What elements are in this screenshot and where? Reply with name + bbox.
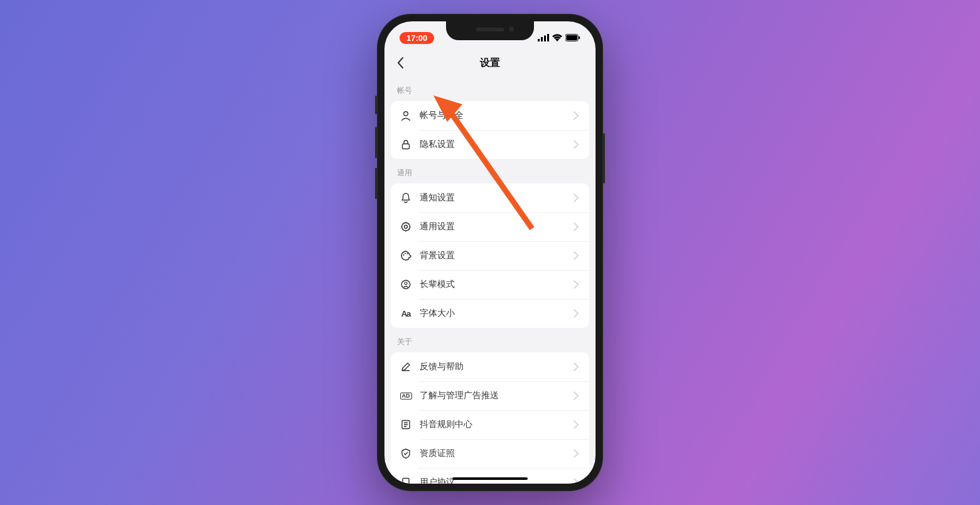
chevron-right-icon xyxy=(572,222,580,231)
svg-rect-8 xyxy=(403,144,410,149)
svg-rect-1 xyxy=(541,37,543,41)
back-button[interactable] xyxy=(393,55,408,70)
svg-point-11 xyxy=(403,254,405,256)
svg-rect-6 xyxy=(579,36,580,40)
home-indicator xyxy=(452,477,528,480)
user-icon xyxy=(400,109,412,122)
item-font-size[interactable]: Aa 字体大小 xyxy=(391,299,589,328)
section-header-account: 帐号 xyxy=(391,77,589,101)
svg-rect-5 xyxy=(566,35,577,40)
battery-icon xyxy=(565,34,580,41)
svg-rect-17 xyxy=(403,479,409,484)
shield-icon xyxy=(400,447,412,460)
section-group-account: 帐号与安全 隐私设置 xyxy=(391,101,589,159)
rules-icon xyxy=(400,418,412,431)
font-size-icon: Aa xyxy=(400,307,412,320)
content: 帐号 帐号与安全 隐私设置 通用 通知设置 xyxy=(384,77,596,484)
chevron-right-icon xyxy=(572,391,580,400)
item-label: 了解与管理广告推送 xyxy=(420,390,572,401)
chevron-right-icon xyxy=(572,362,580,371)
item-label: 反馈与帮助 xyxy=(420,361,572,372)
status-time: 17:00 xyxy=(400,32,434,44)
nav-bar: 设置 xyxy=(384,49,596,77)
side-button xyxy=(375,127,377,158)
svg-point-13 xyxy=(407,253,408,254)
svg-point-10 xyxy=(405,225,408,229)
notch xyxy=(446,21,534,40)
svg-point-12 xyxy=(405,253,406,254)
item-label: 背景设置 xyxy=(420,250,572,261)
item-label: 抖音规则中心 xyxy=(420,419,572,430)
item-label: 通知设置 xyxy=(420,192,572,204)
side-button xyxy=(375,168,377,199)
chevron-right-icon xyxy=(572,420,580,429)
chevron-right-icon xyxy=(572,251,580,260)
elder-icon xyxy=(400,278,412,291)
item-label: 长辈模式 xyxy=(420,279,572,290)
chevron-right-icon xyxy=(572,280,580,289)
side-button xyxy=(603,133,605,183)
section-header-about: 关于 xyxy=(391,328,589,352)
item-label: 通用设置 xyxy=(420,221,572,232)
phone-frame: 17:00 设置 帐号 帐号与安全 xyxy=(377,14,603,491)
svg-rect-2 xyxy=(544,36,546,42)
item-rules-center[interactable]: 抖音规则中心 xyxy=(391,410,589,439)
svg-rect-0 xyxy=(538,39,540,41)
item-label: 帐号与安全 xyxy=(420,110,572,121)
chevron-right-icon xyxy=(572,140,580,149)
svg-rect-3 xyxy=(547,34,549,41)
chevron-right-icon xyxy=(572,193,580,202)
item-label: 隐私设置 xyxy=(420,139,572,150)
doc-icon xyxy=(400,476,412,484)
item-label: 字体大小 xyxy=(420,308,572,319)
item-elder-mode[interactable]: 长辈模式 xyxy=(391,270,589,299)
side-button xyxy=(375,95,377,114)
chevron-right-icon xyxy=(572,449,580,458)
item-privacy[interactable]: 隐私设置 xyxy=(391,130,589,159)
status-icons xyxy=(538,34,580,41)
lock-icon xyxy=(400,138,412,151)
item-general[interactable]: 通用设置 xyxy=(391,212,589,241)
item-label: 资质证照 xyxy=(420,448,572,459)
item-license[interactable]: 资质证照 xyxy=(391,439,589,468)
chevron-right-icon xyxy=(572,309,580,318)
section-header-general: 通用 xyxy=(391,159,589,183)
wifi-icon xyxy=(552,34,562,41)
page-title: 设置 xyxy=(480,57,500,70)
signal-icon xyxy=(538,34,549,41)
bell-icon xyxy=(400,192,412,204)
item-feedback[interactable]: 反馈与帮助 xyxy=(391,352,589,381)
gear-icon xyxy=(400,220,412,233)
section-group-about: 反馈与帮助 AD 了解与管理广告推送 抖音规则中心 资质证照 xyxy=(391,352,589,484)
item-user-agreement[interactable]: 用户协议 xyxy=(391,468,589,484)
phone-screen: 17:00 设置 帐号 帐号与安全 xyxy=(384,21,596,484)
svg-point-7 xyxy=(404,112,408,116)
item-background[interactable]: 背景设置 xyxy=(391,241,589,270)
item-account-security[interactable]: 帐号与安全 xyxy=(391,101,589,130)
ad-icon: AD xyxy=(400,389,412,402)
chevron-right-icon xyxy=(572,111,580,120)
chevron-right-icon xyxy=(572,478,580,484)
palette-icon xyxy=(400,249,412,262)
chevron-left-icon xyxy=(398,57,404,68)
item-notification[interactable]: 通知设置 xyxy=(391,183,589,212)
pencil-icon xyxy=(400,361,412,373)
svg-point-15 xyxy=(405,282,407,285)
section-group-general: 通知设置 通用设置 背景设置 长辈模式 xyxy=(391,183,589,328)
item-ads[interactable]: AD 了解与管理广告推送 xyxy=(391,381,589,410)
